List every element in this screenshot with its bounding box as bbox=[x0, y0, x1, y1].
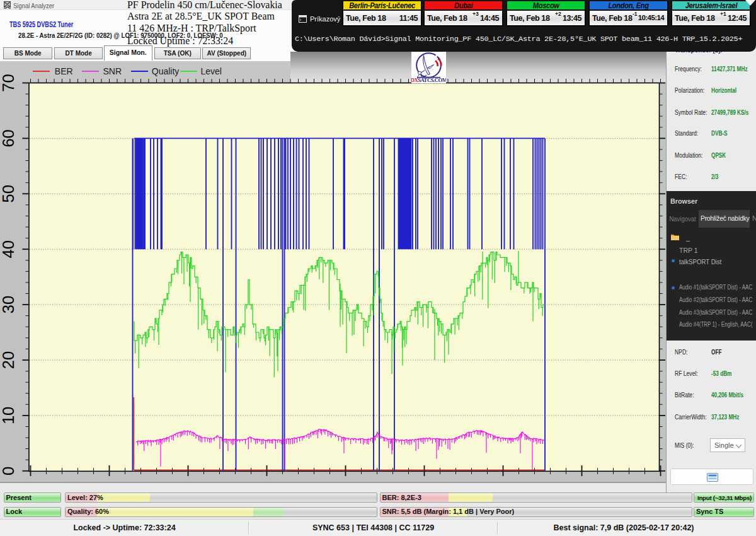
svg-text:10: 10 bbox=[0, 407, 17, 424]
svg-text:60: 60 bbox=[0, 129, 17, 147]
svg-text:20: 20 bbox=[0, 351, 17, 369]
svg-text:40: 40 bbox=[0, 240, 17, 258]
svg-text:30: 30 bbox=[0, 296, 17, 313]
svg-text:70: 70 bbox=[0, 74, 17, 91]
svg-text:0: 0 bbox=[0, 467, 17, 475]
svg-text:50: 50 bbox=[0, 185, 17, 202]
svg-text:DXSATCS.COM: DXSATCS.COM bbox=[411, 77, 446, 83]
